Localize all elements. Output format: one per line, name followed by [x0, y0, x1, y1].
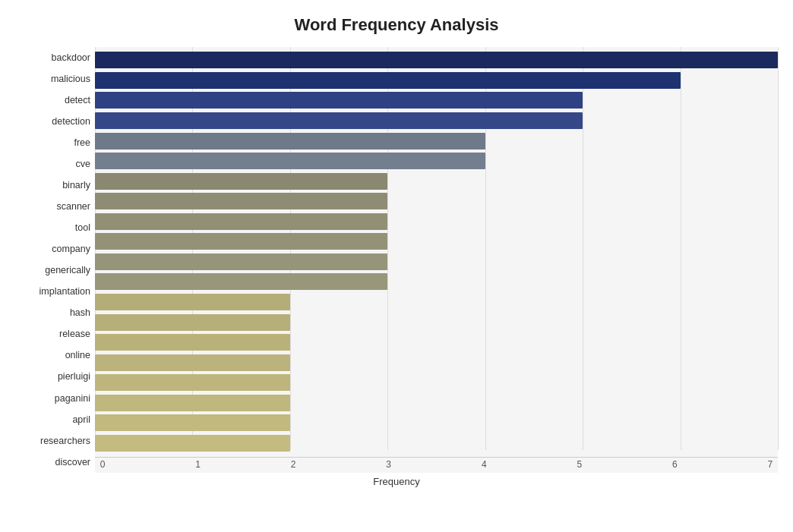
y-label: implantation [39, 287, 90, 297]
bar-row [95, 373, 778, 392]
bar [95, 354, 290, 371]
y-label: researchers [40, 436, 90, 446]
bar [95, 213, 387, 230]
y-labels: backdoormaliciousdetectdetectionfreecveb… [15, 47, 95, 473]
x-tick: 0 [95, 459, 110, 470]
x-tick: 1 [191, 459, 206, 470]
y-label: backdoor [52, 53, 90, 63]
x-tick: 5 [572, 459, 587, 470]
x-tick: 3 [381, 459, 396, 470]
y-label: scanner [57, 202, 90, 212]
x-tick: 4 [476, 459, 491, 470]
y-label: paganini [55, 394, 90, 404]
bar-row [95, 172, 778, 191]
bar-row [95, 111, 778, 131]
y-label: malicious [51, 74, 90, 84]
bar-row [95, 252, 778, 272]
bar [95, 72, 681, 89]
y-label: company [52, 244, 90, 254]
bar [95, 173, 387, 190]
y-label: detection [52, 117, 90, 127]
bar-row [95, 131, 778, 151]
bar [95, 133, 485, 150]
bar-row [95, 151, 778, 171]
y-label: hash [70, 308, 90, 318]
bar [95, 273, 387, 290]
y-label: detect [65, 96, 90, 105]
grid-line [778, 47, 779, 450]
y-label: binarly [62, 181, 90, 190]
x-tick: 7 [763, 459, 778, 470]
x-axis-label: Frequency [15, 476, 778, 487]
y-label: pierluigi [58, 372, 90, 382]
bar-row [95, 71, 778, 90]
bars-grid: 01234567 [95, 47, 778, 473]
bar [95, 395, 290, 411]
bar-row [95, 292, 778, 312]
bar [95, 92, 583, 109]
bar-row [95, 413, 778, 433]
bar [95, 193, 387, 209]
bar [95, 112, 583, 129]
bar-row [95, 231, 778, 251]
y-label: cve [76, 159, 90, 169]
bar-row [95, 393, 778, 413]
bar [95, 314, 290, 331]
bar [95, 294, 290, 310]
bar-row [95, 191, 778, 211]
chart-area: backdoormaliciousdetectdetectionfreecveb… [15, 47, 778, 473]
y-label: online [65, 351, 90, 360]
bar-row [95, 212, 778, 231]
bar-row [95, 50, 778, 70]
chart-container: Word Frequency Analysis backdoormaliciou… [0, 0, 793, 532]
bar-row [95, 433, 778, 453]
y-label: generically [45, 266, 90, 275]
bar-row [95, 353, 778, 373]
bar-row [95, 272, 778, 291]
bar [95, 435, 290, 452]
bar [95, 233, 387, 250]
y-label: release [59, 329, 90, 339]
y-label: april [72, 415, 90, 425]
bar [95, 334, 290, 351]
y-label: discover [55, 458, 90, 467]
bar [95, 52, 778, 68]
bar [95, 414, 290, 431]
y-label: tool [75, 223, 90, 233]
bar [95, 374, 290, 391]
x-axis-area: 01234567 [95, 457, 778, 470]
x-tick: 6 [667, 459, 682, 470]
bar [95, 153, 485, 169]
bar-row [95, 313, 778, 332]
y-label: free [74, 138, 90, 148]
bar [95, 253, 387, 270]
chart-title: Word Frequency Analysis [15, 15, 778, 35]
bar-row [95, 90, 778, 110]
x-tick: 2 [286, 459, 301, 470]
bar-row [95, 332, 778, 352]
